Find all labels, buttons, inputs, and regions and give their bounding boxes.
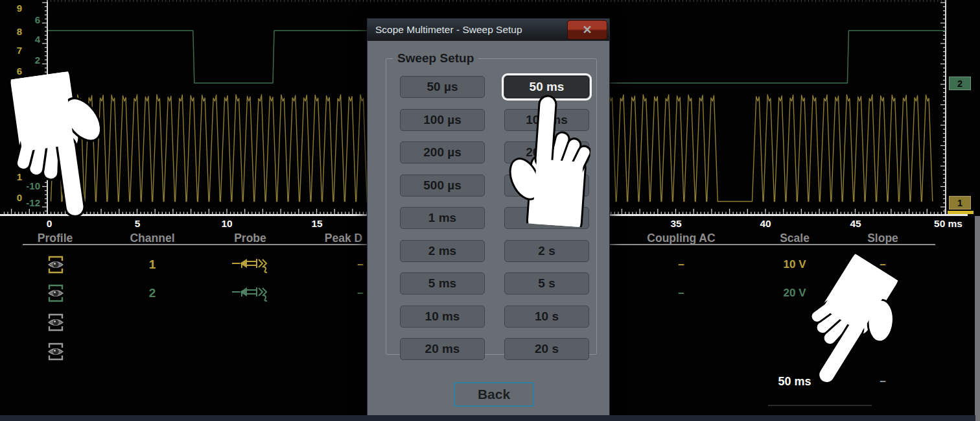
dialog-titlebar[interactable]: Scope Multimeter - Sweep Setup ✕ [368, 19, 609, 41]
scale-value: 10 V [784, 258, 806, 271]
peak-detect-value: – [357, 287, 363, 300]
sweep-time-value: 50 ms [778, 375, 811, 389]
column-header-slope: Slope [867, 232, 898, 245]
coupling-value: – [678, 287, 684, 300]
column-header-coupling-ac: Coupling AC [647, 232, 715, 245]
channel-number: 1 [149, 258, 156, 272]
profile-eye-toggle-row4[interactable] [47, 342, 64, 361]
hand-cursor-dialog [496, 91, 594, 227]
close-button[interactable]: ✕ [567, 20, 607, 40]
sweep-setup-group-label: Sweep Setup [393, 51, 478, 66]
probe-icon[interactable] [231, 285, 269, 302]
dialog-title: Scope Multimeter - Sweep Setup [368, 24, 522, 36]
sweep-option-2-ms[interactable]: 2 ms [400, 240, 485, 262]
column-header-peak-d: Peak D [325, 232, 362, 245]
column-header-probe: Probe [234, 232, 266, 245]
sweep-option-200-us[interactable]: 200 µs [400, 141, 485, 163]
sweep-option-2-s[interactable]: 2 s [504, 240, 589, 262]
profile-eye-toggle-row2[interactable] [47, 283, 64, 303]
sweep-option-5-ms[interactable]: 5 ms [400, 272, 485, 295]
sweep-options-column-left: 50 µs100 µs200 µs500 µs1 ms2 ms5 ms10 ms… [400, 76, 485, 360]
profile-eye-toggle-row1[interactable] [47, 255, 64, 274]
sweep-option-50-us[interactable]: 50 µs [400, 76, 485, 98]
probe-icon[interactable] [231, 257, 269, 274]
sweep-option-20-ms[interactable]: 20 ms [400, 338, 485, 360]
column-header-channel: Channel [130, 232, 174, 245]
column-header-scale: Scale [780, 232, 810, 245]
sweep-option-100-us[interactable]: 100 µs [400, 109, 485, 131]
scale-value: 20 V [784, 287, 806, 300]
bottom-status-bar [0, 415, 975, 421]
column-header-profile: Profile [38, 232, 73, 245]
sweep-option-10-ms[interactable]: 10 ms [400, 306, 485, 328]
sweep-row-divider [768, 405, 872, 406]
scope-multimeter-app: 9876543210 6420-2-4-6-8-10-12 0510153540… [0, 0, 980, 421]
sweep-option-5-s[interactable]: 5 s [504, 272, 589, 295]
sweep-option-500-us[interactable]: 500 µs [400, 174, 485, 197]
hand-cursor-left [0, 66, 133, 226]
right-edge-strip [975, 216, 980, 421]
profile-eye-toggle-row3[interactable] [47, 313, 64, 332]
sweep-option-1-ms[interactable]: 1 ms [400, 207, 485, 229]
coupling-value: – [678, 258, 684, 271]
close-icon: ✕ [582, 23, 592, 36]
sweep-option-10-s[interactable]: 10 s [504, 306, 589, 328]
peak-detect-value: – [357, 258, 363, 271]
channel-number: 2 [149, 286, 156, 300]
sweep-option-20-s[interactable]: 20 s [504, 338, 589, 360]
back-button[interactable]: Back [454, 382, 534, 407]
